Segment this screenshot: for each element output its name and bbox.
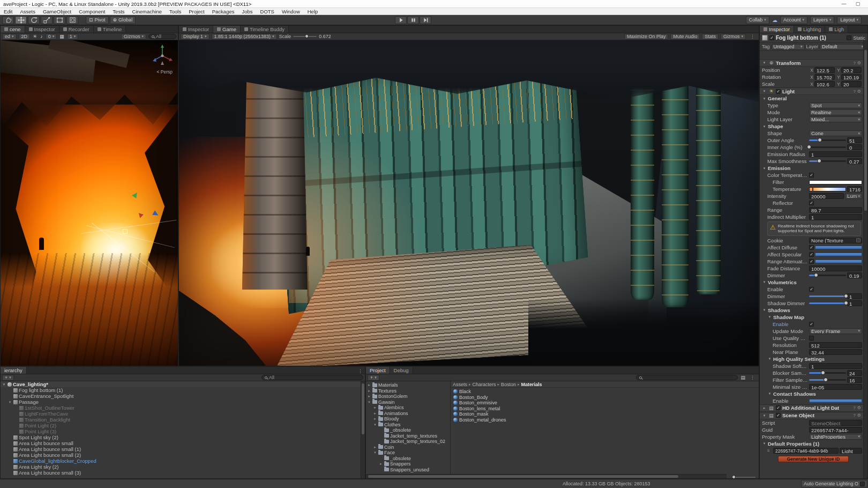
hierarchy-item[interactable]: Area Light bounce small (3) <box>1 470 361 476</box>
breadcrumb-item[interactable]: Characters▸ <box>473 382 500 387</box>
panel-menu-icon[interactable]: ⋮ <box>356 368 365 374</box>
slider-filter-sample-co[interactable] <box>809 377 846 383</box>
tab[interactable]: Debug <box>390 367 413 374</box>
2d-toggle-button[interactable]: 2D <box>19 34 31 40</box>
persp-label[interactable]: < Persp <box>156 69 173 75</box>
panel-menu-icon[interactable]: ⋮ <box>748 34 757 39</box>
collab-button[interactable]: Collab▾ <box>746 16 769 24</box>
multiplier-bar[interactable] <box>815 253 862 256</box>
asset-item[interactable]: Boston_Body <box>451 395 759 401</box>
checkbox-use-quality-sett[interactable] <box>809 336 814 341</box>
checkbox-reflector[interactable]: ✓ <box>809 201 814 205</box>
hierarchy-item[interactable]: ▾ Passage <box>1 399 361 405</box>
vector-field-y[interactable]: 20 <box>841 81 862 87</box>
generate-new-unique-id-button[interactable]: Generate New Unique ID <box>778 456 849 462</box>
gear-icon[interactable]: ⚙ <box>857 413 861 418</box>
pause-button[interactable] <box>407 16 419 24</box>
folder-item[interactable]: _obsolete <box>366 427 450 433</box>
field-script[interactable]: SceneObject <box>809 420 862 426</box>
expand-arrow-icon[interactable]: ▾ <box>8 400 12 404</box>
scene-search-input[interactable]: All <box>148 34 176 39</box>
expand-arrow-icon[interactable]: ▸ <box>367 394 371 398</box>
rect-tool-button[interactable] <box>54 16 65 24</box>
component-enabled-checkbox[interactable]: ✓ <box>776 405 781 410</box>
folder-item[interactable]: ▸ Bloody <box>366 416 450 422</box>
hierarchy-item[interactable]: LightFromTheCave <box>1 411 361 417</box>
vector-field-x[interactable]: 122.5 <box>814 67 835 73</box>
temperature-gradient[interactable] <box>809 187 846 191</box>
vector-field-y[interactable]: 20.2 <box>841 67 862 73</box>
hidden-packages-icon[interactable]: ▤ <box>740 375 746 380</box>
menu-item[interactable]: Window <box>278 9 304 14</box>
asset-item[interactable]: Boston_emmisive <box>451 400 759 406</box>
foldout-label[interactable]: Shape <box>768 123 783 129</box>
checkbox-affect-specular[interactable]: ✓ <box>809 252 814 257</box>
foldout-arrow-icon[interactable]: ▾ <box>762 280 767 284</box>
auto-generate-lighting-toggle[interactable]: Auto Generate Lighting O <box>801 480 867 487</box>
asset-item[interactable]: Boston_mask <box>451 411 759 417</box>
slider-value[interactable]: 1 <box>847 300 862 306</box>
tab[interactable]: Ligh <box>825 26 848 33</box>
vector-field-x[interactable]: 102.6 <box>814 81 835 87</box>
slider-knob[interactable] <box>821 371 825 375</box>
folder-item[interactable]: ▸ Snappers <box>366 461 450 467</box>
foldout-arrow-icon[interactable]: ▾ <box>762 441 767 446</box>
folder-item[interactable]: Jacket_temp_textures_02 <box>366 439 450 445</box>
folder-item[interactable]: Snappers_unused <box>366 467 450 473</box>
hierarchy-item[interactable]: Area Light bounce small (2) <box>1 452 361 458</box>
create-asset-button[interactable]: +▾ <box>368 375 379 381</box>
slider-knob[interactable] <box>814 273 818 277</box>
checkbox-enable[interactable]: ✓ <box>809 322 814 327</box>
menu-item[interactable]: Tools <box>166 9 185 14</box>
tab[interactable]: Inspector <box>179 26 213 33</box>
tab[interactable]: Recorder <box>59 26 94 33</box>
hierarchy-item[interactable]: Fog light bottom (1) <box>1 387 361 393</box>
field-indirect-multiplier[interactable]: 1 <box>809 214 862 220</box>
menu-item[interactable]: Project <box>185 9 208 14</box>
drag-handle-icon[interactable]: ≡ <box>767 448 772 453</box>
layers-button[interactable]: Layers▾ <box>810 16 835 24</box>
gear-icon[interactable]: ⚙ <box>857 89 861 94</box>
auto-generate-checkbox[interactable] <box>860 482 865 486</box>
multiplier-bar[interactable] <box>815 260 862 263</box>
vector-field-y[interactable]: 120.19 <box>841 74 862 80</box>
mute-audio-button[interactable]: Mute Audio <box>670 34 700 40</box>
stats-button[interactable]: Stats <box>702 34 719 40</box>
object-picker-icon[interactable] <box>856 238 860 242</box>
checkbox-affect-diffuse[interactable]: ✓ <box>809 245 814 250</box>
slider-value[interactable]: 16 <box>847 377 862 383</box>
layout-button[interactable]: Layout▾ <box>837 16 862 24</box>
folder-item[interactable]: ▸ Textures <box>366 388 450 394</box>
field-range[interactable]: 89.7 <box>809 207 862 213</box>
foldout-label[interactable]: Volumetrics <box>768 279 797 285</box>
display-dropdown[interactable]: Display 1▾ <box>181 34 209 40</box>
folder-item[interactable]: ▸ Alembics <box>366 405 450 411</box>
slider-knob[interactable] <box>844 301 848 305</box>
tab[interactable]: Timeline Buddy <box>241 26 289 33</box>
hierarchy-item[interactable]: Area Light bounce small (1) <box>1 446 361 452</box>
slider-knob[interactable] <box>807 145 811 149</box>
folder-item[interactable]: ▸ Materials <box>366 382 450 388</box>
expand-arrow-icon[interactable]: ▾ <box>373 423 377 427</box>
field-emission-radius[interactable]: 1 <box>809 151 862 157</box>
expand-arrow-icon[interactable]: ▸ <box>379 462 383 466</box>
foldout-arrow-icon[interactable]: ▾ <box>762 308 767 312</box>
slider-knob[interactable] <box>844 294 848 298</box>
breadcrumb-item[interactable]: Assets▸ <box>453 382 471 387</box>
foldout-label[interactable]: Emission <box>768 165 790 171</box>
slider-value[interactable]: 1 <box>847 293 862 299</box>
gradient-knob[interactable] <box>812 187 813 191</box>
move-tool-button[interactable] <box>15 16 27 24</box>
menu-item[interactable]: GameObject <box>39 9 75 14</box>
global-toggle-button[interactable]: ⊕Global <box>110 16 136 24</box>
hierarchy-item[interactable]: Spot Light sky (2) <box>1 434 361 440</box>
slider-dimmer[interactable] <box>809 293 846 299</box>
play-button[interactable] <box>395 16 407 24</box>
hierarchy-item[interactable]: Area Light sky (2) <box>1 464 361 470</box>
menu-item[interactable]: Jobs <box>238 9 256 14</box>
breadcrumb-item[interactable]: Boston▸ <box>501 382 520 387</box>
menu-item[interactable]: Assets <box>16 9 39 14</box>
foldout-arrow-icon[interactable]: ▾ <box>762 97 767 101</box>
toggle-bar[interactable] <box>809 399 862 403</box>
foldout-label[interactable]: Default Properties (1) <box>768 441 819 447</box>
